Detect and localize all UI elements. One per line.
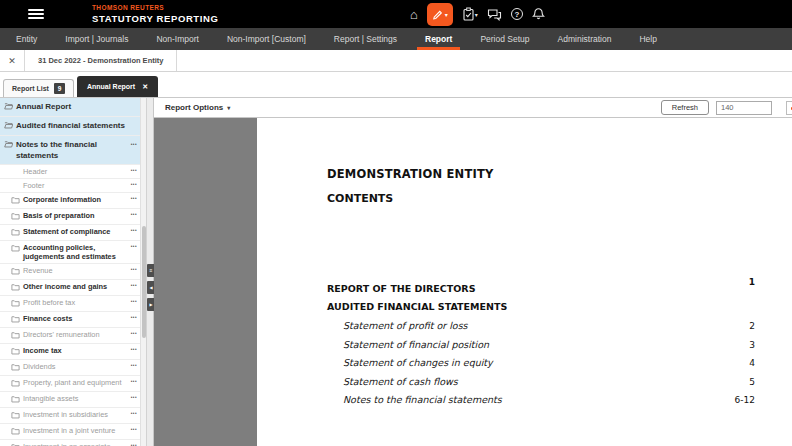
item-menu-dots-icon[interactable]: ••• [131, 195, 137, 203]
nav-item-period-setup[interactable]: Period Setup [466, 28, 543, 50]
nav-item-report[interactable]: Report [411, 28, 466, 50]
brand-thomson-reuters: THOMSON REUTERS [92, 5, 218, 12]
item-menu-dots-icon[interactable]: ••• [131, 346, 137, 354]
nav-item-non-import[interactable]: Non-Import [142, 28, 213, 50]
tree-item-investment-in-subsidiaries[interactable]: Investment in subsidiaries••• [0, 408, 140, 424]
close-icon[interactable]: ✕ [142, 83, 148, 91]
toc-row: REPORT OF THE DIRECTORS 1 [327, 277, 757, 296]
tree-item-income-tax[interactable]: Income tax••• [0, 344, 140, 360]
nav-item-help[interactable]: Help [625, 28, 670, 50]
tree-item-notes-to-the-financial-statements[interactable]: Notes to the financial statements••• [0, 136, 140, 165]
item-menu-dots-icon[interactable]: ••• [131, 442, 137, 446]
folder-icon [11, 427, 20, 437]
folder-icon [11, 315, 20, 325]
item-menu-dots-icon[interactable]: ••• [131, 243, 137, 251]
report-list-label: Report List [12, 85, 49, 92]
report-options-dropdown[interactable]: Report Options ▾ [165, 103, 230, 112]
tree-item-label: Investment in a joint venture [23, 426, 128, 435]
brand-statutory-reporting: STATUTORY REPORTING [92, 14, 218, 24]
tree-item-audited-financial-statements[interactable]: Audited financial statements [0, 117, 140, 136]
tree-item-footer[interactable]: Footer••• [0, 179, 140, 193]
entity-tab[interactable]: 31 Dec 2022 - Demonstration Entity [24, 50, 177, 71]
tree-item-accounting-policies-judgements-and-estimates[interactable]: Accounting policies, judgements and esti… [0, 241, 140, 264]
zoom-level-input[interactable] [716, 101, 772, 115]
brand: THOMSON REUTERS STATUTORY REPORTING [92, 5, 218, 23]
item-menu-dots-icon[interactable]: ••• [131, 167, 137, 175]
tab-annual-report[interactable]: Annual Report ✕ [77, 76, 158, 97]
item-menu-dots-icon[interactable]: ••• [131, 330, 137, 338]
item-menu-dots-icon[interactable]: ••• [131, 181, 137, 189]
caret-down-icon: ▾ [475, 11, 478, 18]
panel-splitter[interactable]: ≡ ◀ ▶ [146, 98, 154, 446]
tree-item-intangible-assets[interactable]: Intangible assets••• [0, 392, 140, 408]
zoom-spinner-cutoff[interactable] [786, 101, 792, 115]
tree-item-revenue[interactable]: Revenue••• [0, 264, 140, 280]
tree-item-basis-of-preparation[interactable]: Basis of preparation••• [0, 209, 140, 225]
tasks-clipboard-button[interactable]: ▾ [462, 7, 478, 21]
folder-icon [11, 347, 20, 357]
toc-label: REPORT OF THE DIRECTORS [327, 283, 476, 294]
item-menu-dots-icon[interactable]: ••• [131, 282, 137, 290]
document-entity-title: DEMONSTRATION ENTITY [327, 167, 494, 181]
tree-item-label: Other income and gains [23, 282, 128, 291]
nav-item-report-settings[interactable]: Report | Settings [320, 28, 411, 50]
tree-item-profit-before-tax[interactable]: Profit before tax••• [0, 296, 140, 312]
tree-item-investment-in-an-associate[interactable]: Investment in an associate••• [0, 440, 140, 446]
tree-item-label: Corporate information [23, 195, 128, 204]
item-menu-dots-icon[interactable]: ••• [131, 211, 137, 219]
tree-item-investment-in-a-joint-venture[interactable]: Investment in a joint venture••• [0, 424, 140, 440]
toc-label: Statement of profit or loss [343, 320, 468, 331]
item-menu-dots-icon[interactable]: ••• [131, 266, 137, 274]
help-button[interactable]: ? [511, 8, 523, 20]
messages-button[interactable] [487, 8, 502, 21]
refresh-button[interactable]: Refresh [661, 100, 709, 115]
item-menu-dots-icon[interactable]: ••• [131, 362, 137, 370]
report-options-label: Report Options [165, 103, 223, 112]
caret-down-icon: ▾ [227, 104, 230, 111]
notifications-button[interactable] [532, 7, 545, 21]
item-menu-dots-icon[interactable]: ••• [131, 410, 137, 418]
tree-item-corporate-information[interactable]: Corporate information••• [0, 193, 140, 209]
item-menu-dots-icon[interactable]: ••• [131, 298, 137, 306]
item-menu-dots-icon[interactable]: ••• [131, 394, 137, 402]
tree-item-property-plant-and-equipment[interactable]: Property, plant and equipment••• [0, 376, 140, 392]
tree-item-label: Footer [23, 181, 128, 190]
folder-icon [11, 283, 20, 293]
nav-item-administration[interactable]: Administration [544, 28, 626, 50]
tree-item-label: Profit before tax [23, 298, 128, 307]
nav-item-import-journals[interactable]: Import | Journals [51, 28, 142, 50]
question-mark-icon: ? [511, 8, 523, 20]
item-menu-dots-icon[interactable]: ••• [131, 314, 137, 322]
item-menu-dots-icon[interactable]: ••• [131, 378, 137, 386]
folder-icon [11, 299, 20, 309]
tree-item-header[interactable]: Header••• [0, 165, 140, 179]
tree-item-finance-costs[interactable]: Finance costs••• [0, 312, 140, 328]
tree-item-label: Accounting policies, judgements and esti… [23, 243, 128, 261]
home-icon[interactable]: ⌂ [410, 7, 418, 22]
tree-item-dividends[interactable]: Dividends••• [0, 360, 140, 376]
tree-item-directors-remuneration[interactable]: Directors' remuneration••• [0, 328, 140, 344]
annual-report-tab-label: Annual Report [87, 83, 135, 90]
document-viewer[interactable]: DEMONSTRATION ENTITY CONTENTS REPORT OF … [154, 118, 792, 446]
nav-item-non-import-custom[interactable]: Non-Import [Custom] [213, 28, 320, 50]
folder-open-icon [4, 121, 13, 132]
folder-icon [11, 411, 20, 421]
signoff-pen-button[interactable]: ▾ [427, 3, 453, 26]
report-content-pane: Report Options ▾ Refresh DEMONSTRATION E… [154, 98, 792, 446]
report-tabstrip: Report List 9 Annual Report ✕ [0, 72, 792, 98]
tree-item-label: Intangible assets [23, 394, 128, 403]
report-toolbar: Report Options ▾ Refresh [154, 98, 792, 118]
toc-page-number: 2 [715, 321, 755, 331]
item-menu-dots-icon[interactable]: ••• [131, 426, 137, 434]
tree-item-statement-of-compliance[interactable]: Statement of compliance••• [0, 225, 140, 241]
folder-icon [11, 267, 20, 277]
close-icon[interactable]: ✕ [0, 50, 24, 71]
tab-report-list[interactable]: Report List 9 [3, 79, 74, 97]
tree-item-other-income-and-gains[interactable]: Other income and gains••• [0, 280, 140, 296]
item-menu-dots-icon[interactable]: ••• [131, 227, 137, 235]
item-menu-dots-icon[interactable]: ••• [131, 139, 137, 150]
nav-item-entity[interactable]: Entity [2, 28, 51, 50]
hamburger-menu-icon[interactable] [28, 7, 44, 21]
tree-item-annual-report[interactable]: Annual Report [0, 98, 140, 117]
tree-item-label: Notes to the financial statements [16, 139, 128, 161]
